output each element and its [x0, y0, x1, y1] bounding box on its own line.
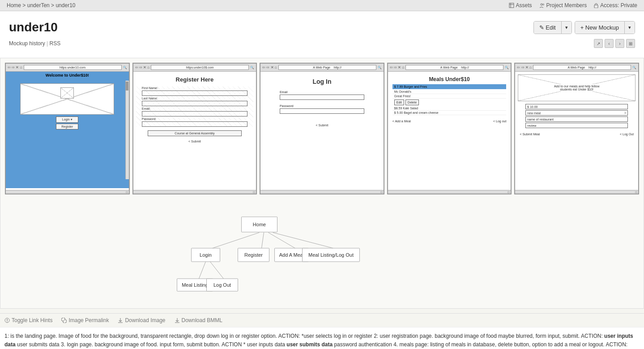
- mockup-history-link[interactable]: Mockup history: [9, 40, 45, 47]
- login-dropdown-btn[interactable]: Login ▾: [56, 116, 78, 123]
- screen-2-browser-bar: ⇦ ⇨ ✕ ⌂ https:under10$.com 🔍: [133, 64, 256, 72]
- edit-dropdown-button[interactable]: ▾: [562, 22, 571, 34]
- new-mockup-dropdown-button[interactable]: ▾: [625, 22, 635, 34]
- history-row: Mockup history | RSS ↗ ‹ › ⊞: [9, 39, 635, 48]
- screen-4-footer: ⊡: [388, 190, 511, 194]
- screen-1-browser-bar: ⇦ ⇨ ✕ ⌂ https:under10.com 🔍: [6, 64, 129, 72]
- svg-point-3: [541, 4, 542, 5]
- svg-rect-0: [509, 3, 514, 8]
- image-permalink-link[interactable]: Image Permalink: [61, 317, 109, 323]
- edit-button-group: ✎ Edit ▾: [533, 21, 572, 34]
- screen-2-footer: ⊡: [133, 190, 256, 194]
- screen-5-browser-bar: ⇦ ⇨ ✕ ⌂ A Web Page http:// 🔍: [515, 64, 638, 72]
- new-mockup-button[interactable]: + New Mockup: [575, 22, 625, 34]
- submit-link-login[interactable]: < Submit: [263, 124, 381, 127]
- assets-link[interactable]: Assets: [509, 2, 532, 9]
- screen-4-browser-bar: ⇦ ⇨ ✕ ⌂ A Web Page http:// 🔍: [388, 64, 511, 72]
- review-input[interactable]: review: [525, 123, 628, 128]
- breadcrumb-under10[interactable]: under10: [55, 2, 75, 9]
- svg-point-4: [542, 4, 544, 5]
- toggle-icon: [4, 318, 10, 323]
- meal-restaurant: Mc Donald's: [392, 90, 507, 94]
- svg-line-11: [210, 262, 224, 279]
- logout-link-meals[interactable]: < Log out: [493, 120, 506, 123]
- external-link-button[interactable]: ↗: [594, 39, 603, 48]
- desc-part-3: password authentication 4. meals page: l…: [333, 341, 627, 348]
- screen-2-content: Register Here First Name: Last Name: Ema…: [133, 72, 256, 188]
- history-links: Mockup history | RSS: [9, 40, 60, 47]
- breadcrumb-home[interactable]: Home: [7, 2, 21, 9]
- bottom-toolbar: Toggle Link Hints Image Permalink Downlo…: [0, 313, 644, 327]
- svg-line-6: [213, 233, 260, 248]
- diagram-area: Home Login Register Add A Meal Meal List…: [5, 203, 639, 289]
- toggle-hints-link[interactable]: Toggle Link Hints: [4, 317, 52, 323]
- page-title: under10: [9, 20, 58, 34]
- breadcrumb: Home > underTen > under10: [7, 2, 75, 9]
- meal-name-input[interactable]: new meal: [525, 110, 628, 116]
- screen-2-register: ⇦ ⇨ ✕ ⌂ https:under10$.com 🔍 Register He…: [132, 63, 257, 194]
- password-input-login[interactable]: [280, 108, 364, 114]
- svg-text:Home: Home: [253, 222, 266, 227]
- screen-4-meals: ⇦ ⇨ ✕ ⌂ A Web Page http:// 🔍 Meals Under…: [387, 63, 512, 194]
- submit-meal-link[interactable]: < Submit Meal: [520, 133, 540, 136]
- restaurant-name-input[interactable]: name of restaurant: [525, 116, 628, 122]
- screen-4-title: Meals Under$10: [391, 76, 508, 82]
- svg-line-10: [199, 262, 206, 279]
- email-input-login[interactable]: [280, 95, 364, 100]
- logout-link-addmeal[interactable]: < Log Out: [620, 133, 634, 136]
- svg-point-28: [7, 321, 8, 322]
- edit-button[interactable]: ✎ Edit: [534, 22, 562, 34]
- edit-meal-btn[interactable]: Edit: [394, 99, 404, 105]
- assets-icon: [509, 3, 514, 8]
- breadcrumb-sep1: >: [22, 2, 27, 9]
- desc-part-1: 1: is the landing page. Image of food fo…: [4, 333, 604, 339]
- delete-meal-btn[interactable]: Delete: [405, 99, 419, 105]
- next-button[interactable]: ›: [615, 39, 624, 48]
- top-bar: Home > underTen > under10 Assets Project…: [0, 0, 644, 11]
- description-text: 1: is the landing page. Image of food fo…: [0, 327, 644, 349]
- scroll-indicator-1: [125, 81, 129, 179]
- meal-description: Great Fries!: [392, 94, 507, 99]
- course-btn[interactable]: Course at General Assembly: [148, 130, 242, 136]
- svg-line-29: [64, 320, 65, 321]
- screen-5-note: Add to our meals and help fellow student…: [547, 84, 606, 91]
- register-btn-screen1[interactable]: Register: [56, 124, 78, 129]
- screen-3-title: Log In: [263, 78, 381, 85]
- download-image-link[interactable]: Download Image: [118, 317, 165, 323]
- rss-link[interactable]: RSS: [50, 40, 61, 47]
- svg-text:Meal Listing: Meal Listing: [182, 282, 208, 288]
- main-content: under10 ✎ Edit ▾ + New Mockup ▾ Mockup h…: [0, 11, 644, 58]
- svg-text:Register: Register: [244, 252, 263, 258]
- breadcrumb-sep2: >: [51, 2, 55, 9]
- screen-2-url: https:under10$.com: [151, 65, 249, 70]
- screen-4-url: A Web Page http://: [405, 65, 503, 70]
- download-bmml-link[interactable]: Download BMML: [175, 317, 222, 323]
- screen-1-image: [20, 83, 114, 115]
- screen-1-content: Welcome to Under$10! Login ▾ Register: [6, 72, 129, 188]
- download-bmml-icon: [175, 318, 180, 323]
- add-meal-link[interactable]: < Add a Meal: [392, 120, 411, 123]
- project-members-link[interactable]: Project Members: [539, 2, 587, 9]
- screen-5-content: Add to our meals and help fellow student…: [515, 72, 638, 188]
- breadcrumb-undertent[interactable]: underTen: [27, 2, 50, 9]
- screen-5-footer: ⊡: [515, 190, 638, 194]
- mockup-canvas: ⇦ ⇨ ✕ ⌂ https:under10.com 🔍 Welcome to U…: [0, 58, 644, 309]
- link-icon: [61, 318, 67, 323]
- desc-bold-2: user submits data: [286, 341, 333, 348]
- grid-view-button[interactable]: ⊞: [626, 39, 635, 48]
- meal-3: $ 5.00 Bagel and cream cheese: [392, 111, 507, 115]
- price-input[interactable]: $ 10.00: [525, 104, 628, 109]
- meal-2: $8.59 Kale Salad: [392, 106, 507, 111]
- svg-text:Login: Login: [200, 252, 212, 258]
- screen-5-addmeal: ⇦ ⇨ ✕ ⌂ A Web Page http:// 🔍 Add to our …: [514, 63, 639, 194]
- prev-button[interactable]: ‹: [605, 39, 614, 48]
- header-row: under10 ✎ Edit ▾ + New Mockup ▾: [9, 20, 635, 34]
- screen-3-footer: ⊡: [260, 190, 384, 194]
- desc-part-2: user submits data 3. login page. backgro…: [16, 341, 287, 348]
- header-actions: ✎ Edit ▾ + New Mockup ▾: [533, 21, 635, 34]
- submit-link-reg[interactable]: < Submit: [136, 140, 254, 143]
- svg-text:Add A Meal: Add A Meal: [279, 252, 304, 258]
- screen-5-url: A Web Page http://: [533, 65, 631, 70]
- wireframe-row: ⇦ ⇨ ✕ ⌂ https:under10.com 🔍 Welcome to U…: [5, 63, 639, 194]
- screen-3-url: A Web Page http://: [278, 65, 376, 70]
